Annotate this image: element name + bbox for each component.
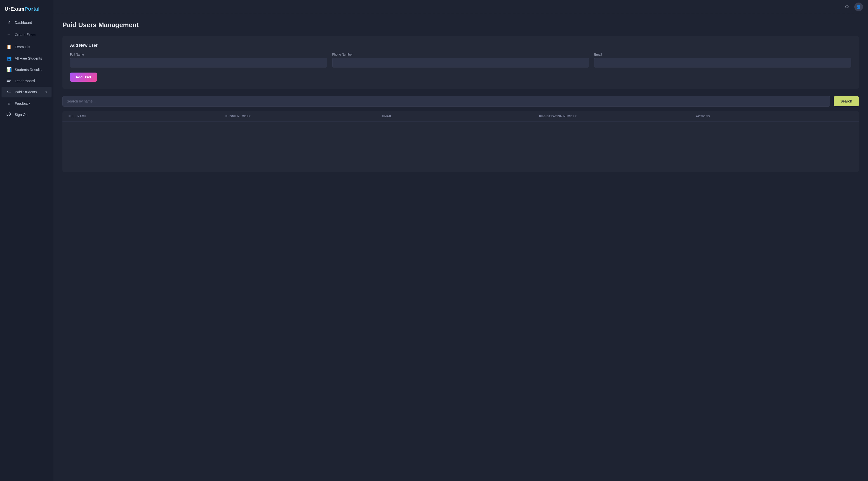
sidebar-item-paid-students[interactable]: 🏷 Paid Students ▾ [2,87,52,97]
sidebar: UrExamPortal 🖥 Dashboard ＋ Create Exam 📋… [0,0,53,481]
email-label: Email [594,53,851,56]
add-user-button[interactable]: Add User [70,72,97,82]
avatar[interactable]: 👤 [854,3,863,11]
sign-out-icon [6,112,12,117]
svg-rect-1 [7,80,11,81]
add-user-card: Add New User Full Name Phone Number Emai… [62,36,859,89]
sidebar-item-create-exam[interactable]: ＋ Create Exam [2,28,52,41]
sidebar-item-label: Feedback [15,101,47,105]
col-actions: ACTIONS [696,115,853,118]
sidebar-item-label: Students Results [15,68,47,72]
header-bar: ⚙ 👤 [53,0,868,14]
free-students-icon: 👥 [6,56,12,61]
phone-input[interactable] [332,58,589,67]
email-field: Email [594,53,851,67]
sidebar-item-all-free-students[interactable]: 👥 All Free Students [2,53,52,64]
results-icon: 📊 [6,67,12,72]
sidebar-item-label: Exam List [15,45,47,49]
leaderboard-icon [6,78,12,84]
full-name-input[interactable] [70,58,327,67]
avatar-icon: 👤 [856,5,861,9]
full-name-field: Full Name [70,53,327,67]
sidebar-item-label: Leaderboard [15,79,47,83]
exam-list-icon: 📋 [6,44,12,50]
main-content: ⚙ 👤 Paid Users Management Add New User F… [53,0,868,481]
table-header: FULL NAME PHONE NUMBER EMAIL REGISTRATIO… [62,111,859,122]
search-area: Search [62,96,859,106]
table-body [62,122,859,172]
feedback-icon: ☆ [6,101,12,106]
sidebar-item-dashboard[interactable]: 🖥 Dashboard [2,17,52,28]
col-phone-number: PHONE NUMBER [225,115,382,118]
logo-part1: UrExam [5,6,25,12]
logo-part2: Portal [25,6,40,12]
form-row: Full Name Phone Number Email [70,53,851,67]
page-content: Paid Users Management Add New User Full … [53,14,868,481]
sidebar-item-students-results[interactable]: 📊 Students Results [2,64,52,75]
add-user-title: Add New User [70,43,851,48]
paid-students-icon: 🏷 [6,90,12,95]
dashboard-icon: 🖥 [6,20,12,25]
svg-rect-2 [7,81,10,82]
users-table: FULL NAME PHONE NUMBER EMAIL REGISTRATIO… [62,111,859,172]
col-registration-number: REGISTRATION NUMBER [539,115,696,118]
sidebar-item-label: All Free Students [15,56,47,60]
col-email: EMAIL [382,115,539,118]
search-input[interactable] [62,96,830,106]
sidebar-item-feedback[interactable]: ☆ Feedback [2,98,52,109]
logo: UrExamPortal [0,3,53,17]
page-title: Paid Users Management [62,21,859,29]
svg-rect-0 [7,78,11,79]
sidebar-item-label: Sign Out [15,113,47,117]
sidebar-item-exam-list[interactable]: 📋 Exam List [2,41,52,52]
sidebar-item-leaderboard[interactable]: Leaderboard [2,75,52,86]
search-button[interactable]: Search [834,96,859,106]
email-input[interactable] [594,58,851,67]
sidebar-item-label: Paid Students [15,90,42,94]
full-name-label: Full Name [70,53,327,56]
create-exam-icon: ＋ [6,31,12,38]
col-full-name: FULL NAME [68,115,225,118]
sidebar-item-label: Dashboard [15,21,47,25]
sidebar-item-label: Create Exam [15,33,47,37]
settings-icon: ⚙ [845,4,849,10]
chevron-down-icon: ▾ [45,90,47,94]
settings-button[interactable]: ⚙ [843,3,851,11]
phone-field: Phone Number [332,53,589,67]
sidebar-item-sign-out[interactable]: Sign Out [2,109,52,120]
phone-label: Phone Number [332,53,589,56]
